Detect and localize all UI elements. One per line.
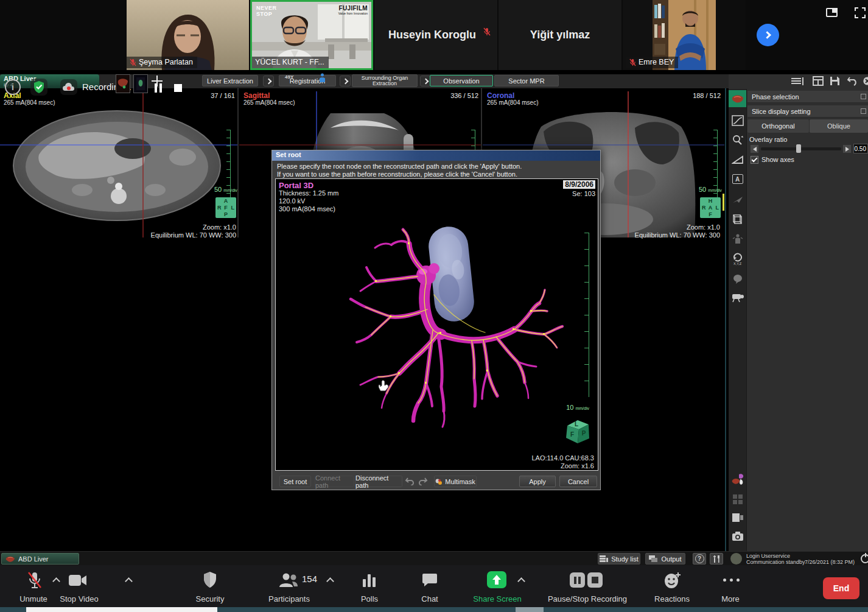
tools-icon	[713, 555, 721, 563]
patient-gender-icon	[319, 73, 326, 82]
security-shield-icon[interactable]	[30, 79, 47, 96]
tool-projection-icon[interactable]	[729, 289, 746, 306]
redo-icon[interactable]	[418, 477, 428, 485]
arrow-right-icon	[763, 31, 771, 39]
participants-caret-icon[interactable]	[326, 577, 334, 585]
participant-tile-seyma[interactable]: Şeyma Parlatan	[127, 0, 249, 70]
help-button[interactable]: ?	[693, 553, 706, 565]
cancel-button[interactable]: Cancel	[559, 476, 597, 487]
chevron-right-icon	[340, 76, 351, 86]
dialog-titlebar[interactable]: Set root	[272, 150, 600, 161]
tool-balloon-icon[interactable]	[729, 270, 746, 287]
info-icon[interactable]: i	[5, 79, 21, 95]
participants-label: Participants	[262, 594, 317, 603]
mic-muted-icon	[27, 571, 43, 589]
participant-name-label: Şeyma Parlatan	[127, 57, 197, 68]
report-icon[interactable]	[813, 76, 824, 86]
hand-cursor-icon	[379, 380, 388, 391]
disconnect-path-button[interactable]: Disconnect path	[355, 476, 402, 487]
app-right-edge	[725, 88, 726, 551]
power-icon[interactable]	[861, 554, 868, 563]
tool-cube-view-icon[interactable]	[729, 211, 746, 228]
share-screen-caret-icon[interactable]	[517, 577, 525, 585]
polls-label: Polls	[351, 594, 388, 603]
tool-curve-icon[interactable]	[729, 112, 746, 129]
settings-tools-button[interactable]	[710, 553, 723, 565]
save-icon[interactable]	[830, 76, 840, 86]
patient-tab-bottom[interactable]: ABD Liver	[1, 553, 79, 565]
panel-divider	[237, 88, 239, 237]
overlay-ratio-slider[interactable]	[761, 147, 841, 150]
undo-icon[interactable]	[405, 477, 415, 485]
orthogonal-button[interactable]: Orthogonal	[747, 119, 809, 133]
chat-icon	[422, 572, 438, 588]
participant-tile-emre[interactable]: Emre BEY	[623, 0, 746, 70]
connect-path-button[interactable]: Connect path	[315, 476, 354, 487]
tool-measure-icon[interactable]	[729, 151, 746, 168]
set-root-button[interactable]: Set root	[279, 476, 311, 487]
tab-observation[interactable]: Observation	[430, 75, 493, 86]
more-icon	[723, 579, 740, 582]
screen: Şeyma Parlatan NEVER STOP	[0, 0, 868, 612]
tool-liver-active[interactable]	[729, 90, 746, 107]
axial-slice-counter: 37 / 161	[175, 92, 235, 99]
svg-text:F: F	[570, 431, 574, 438]
tool-pan-zoom-icon[interactable]	[729, 132, 746, 149]
tab-liver-extraction[interactable]: Liver Extraction	[202, 75, 258, 86]
next-participants-button[interactable]	[757, 24, 779, 46]
svg-text:L: L	[575, 421, 578, 427]
participants-count: 154	[302, 574, 317, 584]
multimask-button[interactable]: Multimask	[434, 476, 477, 487]
tool-organs-icon[interactable]	[729, 471, 746, 488]
study-list-button[interactable]: Study list	[598, 553, 640, 565]
output-button[interactable]: Output	[645, 553, 685, 565]
stop-video-caret-icon[interactable]	[125, 577, 133, 585]
portal-3d-viewport[interactable]: Portal 3D Thickness: 1.25 mm 120.0 kV 30…	[275, 178, 598, 471]
mask-thumbnail[interactable]	[133, 74, 148, 93]
fullscreen-icon[interactable]	[855, 7, 866, 18]
series-ma: 300 mA(804 msec)	[279, 205, 335, 213]
recording-indicator-icon[interactable]	[60, 79, 77, 95]
oblique-button[interactable]: Oblique	[810, 119, 868, 133]
overlay-ratio-value[interactable]: 0.50	[853, 144, 868, 153]
chevron-right-icon	[263, 76, 274, 86]
slider-thumb[interactable]	[796, 144, 801, 153]
participant-tile-yigit[interactable]: Yiğit yılmaz	[499, 0, 621, 70]
show-axes-checkbox[interactable]	[751, 156, 758, 164]
slice-display-header[interactable]: Slice display setting	[747, 105, 868, 118]
overlay-ratio-dec[interactable]	[751, 145, 758, 153]
participant-name-label: Emre BEY	[626, 57, 678, 68]
tool-snapshot-icon[interactable]	[729, 527, 746, 544]
layout-list-icon[interactable]	[791, 77, 803, 86]
taskbar-search-sliver	[26, 607, 217, 612]
view-layout-icon[interactable]	[826, 8, 838, 17]
camera-icon	[68, 574, 88, 587]
axial-ct-image[interactable]	[0, 91, 237, 237]
tool-annotation-icon[interactable]: A	[729, 171, 746, 188]
participant-tile-yucel[interactable]: NEVER STOP FUJIFILM Value from Innovatio…	[250, 0, 373, 70]
end-meeting-button[interactable]: End	[823, 577, 859, 599]
reset-icon[interactable]	[847, 76, 858, 86]
stop-recording-icon[interactable]	[174, 84, 182, 92]
question-icon: ?	[695, 554, 704, 563]
pause-recording-icon[interactable]	[155, 83, 163, 93]
tool-fly-through-icon[interactable]	[729, 191, 746, 208]
edge-marker	[723, 194, 724, 211]
dialog-button-bar: Set root Connect path Disconnect path Mu…	[272, 473, 600, 490]
video-strip: Şeyma Parlatan NEVER STOP	[0, 0, 868, 70]
tool-patient-position-icon[interactable]	[729, 230, 746, 247]
multimask-icon	[435, 478, 443, 485]
tool-layout-icon[interactable]	[729, 509, 746, 526]
series-label: Portal 3D	[279, 181, 313, 190]
overlay-ratio-inc[interactable]	[843, 145, 851, 153]
liver-thumbnail[interactable]	[116, 74, 130, 93]
phase-selection-header[interactable]: Phase selection	[747, 91, 868, 103]
participant-tile-huseyin[interactable]: Huseyin Koroglu	[374, 0, 497, 70]
tool-rotate-xyz-icon[interactable]: X,Y,Z	[729, 248, 746, 269]
apply-button[interactable]: Apply	[519, 476, 556, 487]
polls-icon	[363, 574, 377, 587]
tool-grid-icon[interactable]	[729, 491, 746, 508]
tab-sector-mpr[interactable]: Sector MPR	[494, 75, 559, 86]
close-icon[interactable]	[863, 77, 868, 85]
tab-surrounding-organ[interactable]: Surrounding Organ Extraction	[352, 74, 418, 87]
